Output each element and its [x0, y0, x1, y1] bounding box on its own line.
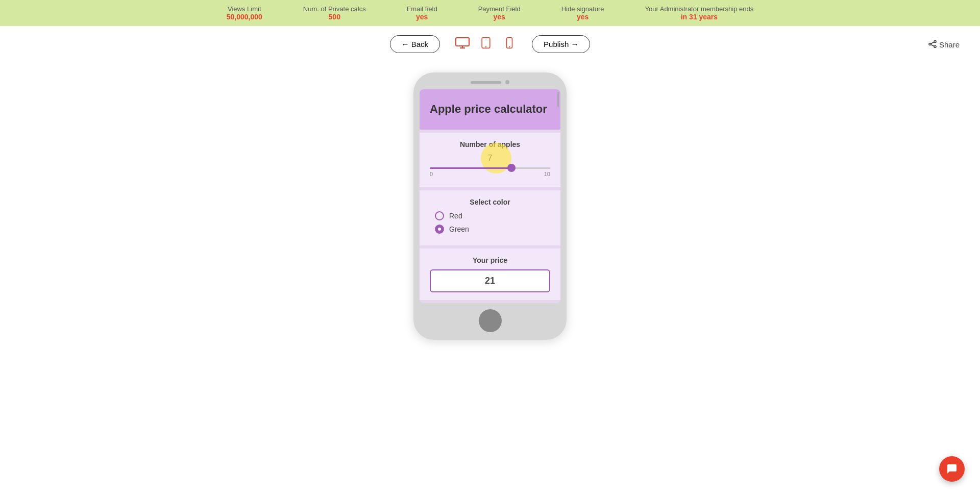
- share-button[interactable]: Share: [928, 40, 960, 48]
- radio-green-circle: [435, 225, 444, 234]
- svg-point-9: [934, 46, 936, 48]
- back-button[interactable]: ← Back: [390, 35, 440, 53]
- svg-point-8: [929, 43, 931, 45]
- banner-views-limit-value: 50,000,000: [227, 13, 262, 21]
- banner-membership-label: Your Administrator membership ends: [645, 5, 754, 13]
- slider-track: [430, 167, 550, 169]
- price-input[interactable]: [430, 269, 550, 292]
- phone-speaker: [471, 81, 501, 84]
- svg-line-10: [931, 42, 934, 44]
- slider-labels: 0 10: [430, 171, 550, 177]
- phone-mockup: Apple price calculator Number of apples …: [413, 72, 567, 340]
- slider-fill: [430, 167, 511, 169]
- device-icons: [455, 37, 517, 52]
- svg-rect-0: [456, 38, 469, 46]
- desktop-icon[interactable]: [455, 37, 470, 52]
- radio-red[interactable]: Red: [430, 211, 550, 220]
- price-section: Your price: [420, 248, 560, 300]
- scroll-indicator: [557, 92, 559, 107]
- radio-red-circle: [435, 211, 444, 220]
- slider-thumb[interactable]: [507, 164, 516, 172]
- banner-payment-field-value: yes: [478, 13, 521, 21]
- banner-views-limit-label: Views Limit: [227, 5, 262, 13]
- top-banner: Views Limit 50,000,000 Num. of Private c…: [0, 0, 980, 26]
- radio-red-label: Red: [449, 212, 462, 220]
- banner-views-limit: Views Limit 50,000,000: [227, 5, 262, 21]
- tablet-icon[interactable]: [479, 37, 493, 52]
- banner-email-field-value: yes: [407, 13, 437, 21]
- slider-label: Number of apples: [430, 140, 550, 148]
- publish-button[interactable]: Publish →: [532, 35, 590, 53]
- banner-payment-field: Payment Field yes: [478, 5, 521, 21]
- toolbar: ← Back Publish →: [0, 26, 980, 62]
- slider-max: 10: [544, 171, 550, 177]
- phone-top-bar: [420, 80, 560, 84]
- slider-container[interactable]: 0 10: [430, 165, 550, 180]
- chat-bubble[interactable]: [939, 456, 965, 482]
- share-label: Share: [939, 40, 960, 48]
- phone-bottom: [420, 309, 560, 332]
- svg-line-11: [931, 45, 934, 46]
- price-label: Your price: [430, 256, 550, 264]
- calc-header: Apple price calculator: [420, 89, 560, 130]
- banner-email-field-label: Email field: [407, 5, 437, 13]
- home-button[interactable]: [479, 309, 502, 332]
- banner-hide-signature-label: Hide signature: [561, 5, 604, 13]
- banner-hide-signature-value: yes: [561, 13, 604, 21]
- main-content: Apple price calculator Number of apples …: [0, 62, 980, 350]
- banner-email-field: Email field yes: [407, 5, 437, 21]
- banner-membership: Your Administrator membership ends in 31…: [645, 5, 754, 21]
- radio-green[interactable]: Green: [430, 225, 550, 234]
- calc-title: Apple price calculator: [430, 102, 550, 117]
- phone-screen: Apple price calculator Number of apples …: [420, 89, 560, 303]
- banner-private-calcs: Num. of Private calcs 500: [303, 5, 366, 21]
- slider-min: 0: [430, 171, 433, 177]
- slider-value: 7: [430, 154, 550, 163]
- color-section: Select color Red Green: [420, 190, 560, 245]
- banner-membership-value: in 31 years: [645, 13, 754, 21]
- svg-point-7: [934, 41, 936, 43]
- mobile-icon[interactable]: [502, 37, 517, 52]
- banner-hide-signature: Hide signature yes: [561, 5, 604, 21]
- slider-section: Number of apples 7 0 10: [420, 133, 560, 187]
- color-section-label: Select color: [430, 198, 550, 206]
- banner-private-calcs-value: 500: [303, 13, 366, 21]
- banner-payment-field-label: Payment Field: [478, 5, 521, 13]
- svg-point-4: [485, 46, 486, 47]
- phone-camera: [505, 80, 509, 84]
- svg-point-6: [509, 46, 510, 47]
- banner-private-calcs-label: Num. of Private calcs: [303, 5, 366, 13]
- radio-green-label: Green: [449, 225, 469, 233]
